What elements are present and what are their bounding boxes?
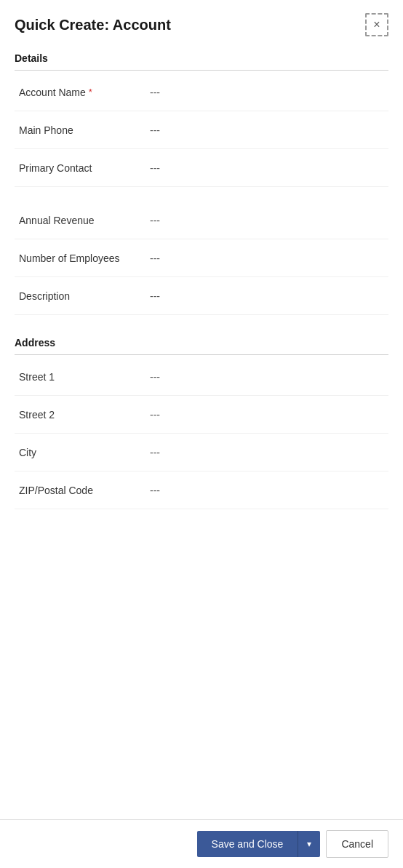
number-of-employees-value[interactable]: --- (150, 252, 384, 264)
description-value[interactable]: --- (150, 290, 384, 302)
street-2-label: Street 2 (19, 409, 150, 421)
city-label: City (19, 447, 150, 458)
chevron-down-icon: ▾ (307, 839, 311, 849)
primary-contact-value[interactable]: --- (150, 162, 384, 174)
details-section-header: Details (15, 45, 388, 71)
cancel-button[interactable]: Cancel (326, 830, 388, 858)
save-dropdown-button[interactable]: ▾ (298, 831, 320, 857)
zip-postal-value[interactable]: --- (150, 485, 384, 496)
field-row-number-of-employees: Number of Employees --- (15, 239, 388, 277)
close-button[interactable]: × (365, 13, 388, 36)
street-1-value[interactable]: --- (150, 371, 384, 383)
modal-body: Details Account Name * --- Main Phone --… (0, 45, 403, 819)
address-section-header: Address (15, 330, 388, 355)
modal-header: Quick Create: Account × (0, 0, 403, 45)
zip-postal-label: ZIP/Postal Code (19, 485, 150, 496)
city-value[interactable]: --- (150, 447, 384, 458)
description-label: Description (19, 290, 150, 302)
field-row-zip-postal: ZIP/Postal Code --- (15, 471, 388, 509)
field-row-street-1: Street 1 --- (15, 358, 388, 396)
address-gap-top (15, 315, 388, 330)
main-phone-label: Main Phone (19, 124, 150, 136)
modal-footer: Save and Close ▾ Cancel (0, 819, 403, 868)
field-row-description: Description --- (15, 277, 388, 315)
annual-revenue-label: Annual Revenue (19, 215, 150, 226)
field-row-city: City --- (15, 434, 388, 471)
field-row-annual-revenue: Annual Revenue --- (15, 202, 388, 239)
field-row-main-phone: Main Phone --- (15, 111, 388, 149)
field-row-account-name: Account Name * --- (15, 73, 388, 111)
primary-contact-label: Primary Contact (19, 162, 150, 174)
save-and-close-button[interactable]: Save and Close (197, 831, 298, 857)
account-name-label: Account Name * (19, 87, 150, 98)
quick-create-modal: Quick Create: Account × Details Account … (0, 0, 403, 868)
field-row-street-2: Street 2 --- (15, 396, 388, 434)
number-of-employees-label: Number of Employees (19, 252, 150, 264)
main-phone-value[interactable]: --- (150, 124, 384, 136)
required-marker: * (89, 87, 92, 97)
street-2-value[interactable]: --- (150, 409, 384, 421)
details-gap (15, 187, 388, 202)
annual-revenue-value[interactable]: --- (150, 215, 384, 226)
modal-title: Quick Create: Account (15, 17, 171, 33)
field-row-primary-contact: Primary Contact --- (15, 149, 388, 187)
save-close-group: Save and Close ▾ (197, 831, 321, 857)
street-1-label: Street 1 (19, 371, 150, 383)
account-name-value[interactable]: --- (150, 87, 384, 98)
